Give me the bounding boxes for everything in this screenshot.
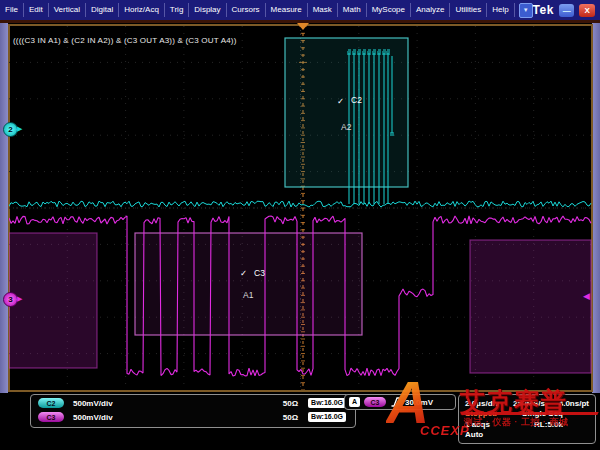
channel2-position-marker[interactable]: 2: [3, 122, 18, 137]
acquisition-mode: Single Seq: [522, 409, 563, 418]
acquisition-count: 1 acqs: [465, 420, 490, 429]
oscilloscope-screen: FileEditVerticalDigitalHoriz/AcqTrigDisp…: [0, 0, 600, 450]
menu-item-display[interactable]: Display: [189, 3, 226, 17]
chevron-down-icon[interactable]: ▼: [519, 3, 533, 18]
tek-logo: Tek: [533, 3, 554, 17]
menu-item-cursors[interactable]: Cursors: [227, 3, 266, 17]
channel2-arrow-icon: ▶: [17, 125, 22, 132]
rising-edge-icon: [391, 397, 400, 407]
menu-item-file[interactable]: File: [0, 3, 24, 17]
menu-item-analyze[interactable]: Analyze: [411, 3, 450, 17]
menu-item-edit[interactable]: Edit: [24, 3, 49, 17]
zone-a2-check-icon: ✓: [337, 96, 344, 106]
zone-a2-rect[interactable]: [285, 38, 408, 187]
trigger-mode: Auto: [465, 430, 483, 439]
sample-rate-value: 250MS/s: [513, 399, 545, 408]
zone-a2-name-label: A2: [341, 122, 352, 132]
menu-bar: FileEditVerticalDigitalHoriz/AcqTrigDisp…: [0, 0, 600, 20]
zone-a2-channel-label: C2: [351, 95, 362, 105]
channel3-position-marker[interactable]: 3: [3, 292, 18, 307]
resolution-value: 4.0ns/pt: [559, 399, 589, 408]
right-margin-strip: [592, 23, 600, 393]
left-margin-strip: [0, 23, 8, 393]
menu-item-math[interactable]: Math: [338, 3, 367, 17]
waveform-display: ✓C3A1✓C2A2: [9, 26, 592, 390]
trigger-source-badge: C3: [364, 397, 386, 407]
zone-a1-check-icon: ✓: [240, 268, 247, 278]
zone-a1-channel-label: C3: [254, 268, 265, 278]
channel2-bandwidth: Bw:16.0G: [308, 398, 346, 408]
zone-a1-rect[interactable]: [135, 233, 362, 335]
channel-readout-box[interactable]: C2 500mV/div 50Ω Bw:16.0G C3 500mV/div 5…: [30, 394, 356, 428]
trigger-level-value: 30.0mV: [405, 398, 433, 407]
timebase-value: 2.0μs/div: [465, 399, 499, 408]
trigger-position-icon[interactable]: [297, 23, 309, 30]
zone-expression-label: ((((C3 IN A1) & (C2 IN A2)) & (C3 OUT A3…: [13, 36, 237, 45]
menu-item-mask[interactable]: Mask: [308, 3, 338, 17]
menu-item-trig[interactable]: Trig: [165, 3, 189, 17]
trigger-a-badge: A: [349, 397, 360, 407]
channel3-scale: 500mV/div: [73, 413, 113, 422]
minimize-button[interactable]: —: [559, 4, 575, 17]
channel2-badge[interactable]: C2: [38, 398, 64, 408]
zone-a1-name-label: A1: [243, 290, 254, 300]
trigger-level-arrow-icon[interactable]: ◀: [583, 292, 590, 301]
trigger-readout-box[interactable]: A C3 30.0mV: [344, 394, 456, 410]
channel3-badge[interactable]: C3: [38, 412, 64, 422]
menu-item-horizacq[interactable]: Horiz/Acq: [119, 3, 165, 17]
channel-readout-row-c2[interactable]: C2 500mV/div 50Ω Bw:16.0G: [31, 396, 355, 410]
record-length: RL:5.0k: [534, 420, 563, 429]
channel-readout-row-c3[interactable]: C3 500mV/div 50Ω Bw:16.0G: [31, 410, 355, 424]
menu-item-utilities[interactable]: Utilities: [450, 3, 487, 17]
channel3-bandwidth: Bw:16.0G: [308, 412, 346, 422]
horizontal-readout-box[interactable]: 2.0μs/div 250MS/s 4.0ns/pt Stopped Singl…: [458, 394, 596, 444]
menu-item-measure[interactable]: Measure: [266, 3, 308, 17]
menu-item-help[interactable]: Help: [487, 3, 514, 17]
menu-item-digital[interactable]: Digital: [86, 3, 119, 17]
channel2-impedance: 50Ω: [283, 399, 298, 408]
channel3-arrow-icon: ▶: [17, 295, 22, 302]
acquisition-state: Stopped: [465, 409, 497, 418]
menu-item-myscope[interactable]: MyScope: [367, 3, 411, 17]
channel3-impedance: 50Ω: [283, 413, 298, 422]
menu-item-vertical[interactable]: Vertical: [49, 3, 86, 17]
channel2-scale: 500mV/div: [73, 399, 113, 408]
zone-right-dim-rect[interactable]: [470, 240, 591, 373]
close-button[interactable]: X: [579, 4, 595, 17]
